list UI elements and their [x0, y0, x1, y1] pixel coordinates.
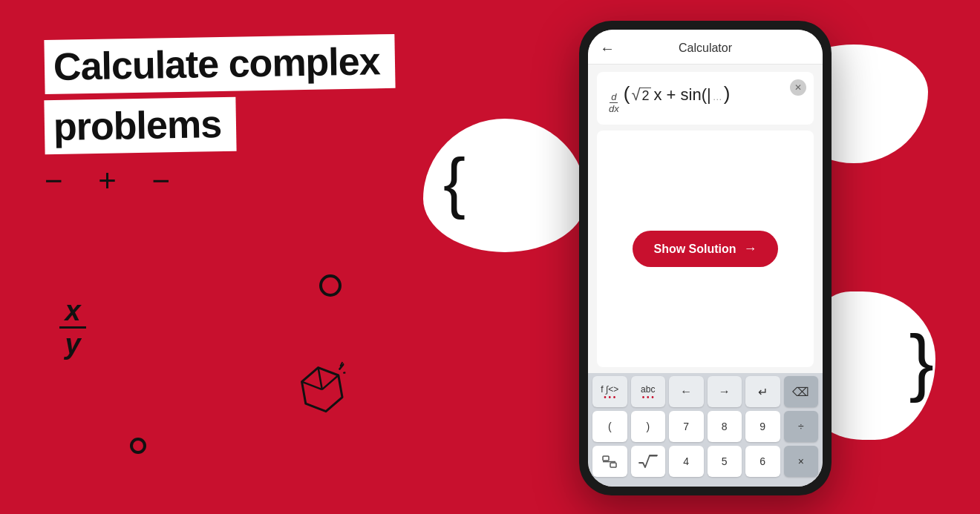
key-right-arrow[interactable]: →: [708, 376, 742, 407]
clear-button[interactable]: ✕: [790, 79, 806, 96]
keyboard-row-0: f ∫<> • • • abc • • • ← → ↵ ⌫: [592, 376, 818, 407]
back-arrow-icon[interactable]: ←: [600, 40, 615, 57]
key-abc[interactable]: abc • • •: [631, 376, 666, 407]
key-8[interactable]: 8: [708, 411, 742, 442]
math-decoration-symbols: − + −: [45, 163, 183, 199]
headline-box-1: Calculate complex: [44, 34, 395, 94]
key-functions[interactable]: f ∫<> • • •: [592, 376, 627, 407]
svg-line-5: [344, 372, 349, 372]
keyboard-row-2: 4 5 6 ×: [592, 446, 818, 477]
calculator-keyboard: f ∫<> • • • abc • • • ← → ↵ ⌫: [588, 373, 823, 487]
decorative-circle-2: [130, 438, 146, 454]
svg-rect-9: [610, 463, 616, 467]
key-enter[interactable]: ↵: [745, 376, 780, 407]
key-multiply[interactable]: ×: [784, 446, 819, 477]
keyboard-row-1: ( ) 7 8 9 ÷: [592, 411, 818, 442]
svg-line-1: [318, 368, 322, 390]
formula-display: d dx ( √ 2 x + sin(| … ): [607, 82, 803, 114]
curly-brace-right: }: [909, 319, 934, 404]
headline-line2: problems: [53, 102, 222, 148]
fraction-decoration: x y: [59, 297, 86, 358]
formula-input-area[interactable]: d dx ( √ 2 x + sin(| … ) ✕: [597, 72, 814, 125]
show-solution-button[interactable]: Show Solution →: [633, 231, 777, 267]
decorative-circle-1: [319, 274, 342, 297]
cube-decoration: [292, 360, 354, 430]
key-left-arrow[interactable]: ←: [669, 376, 704, 407]
curly-brace-left: {: [443, 145, 466, 221]
phone-mockup: ← Calculator d dx ( √ 2 x + sin(| …: [579, 21, 832, 495]
headline-line1: Calculate complex: [53, 39, 381, 88]
solution-area: Show Solution →: [597, 131, 814, 367]
key-divide[interactable]: ÷: [784, 411, 819, 442]
key-4[interactable]: 4: [669, 446, 704, 477]
key-6[interactable]: 6: [745, 446, 780, 477]
arrow-right-icon: →: [744, 241, 757, 257]
key-7[interactable]: 7: [669, 411, 704, 442]
key-5[interactable]: 5: [708, 446, 742, 477]
key-9[interactable]: 9: [745, 411, 780, 442]
show-solution-label: Show Solution: [653, 243, 736, 256]
headline-box-2: problems: [44, 97, 236, 155]
derivative-notation: d dx: [607, 91, 621, 114]
key-fraction[interactable]: [592, 446, 627, 477]
left-hero-section: Calculate complex problems: [45, 37, 401, 153]
key-sqrt[interactable]: [631, 446, 666, 477]
calculator-title: Calculator: [679, 42, 732, 55]
key-backspace[interactable]: ⌫: [784, 376, 819, 407]
sqrt-expression: √ 2: [631, 85, 650, 105]
svg-rect-7: [603, 456, 609, 461]
phone-frame: ← Calculator d dx ( √ 2 x + sin(| …: [579, 21, 832, 495]
svg-rect-10: [650, 455, 657, 457]
phone-header: ← Calculator: [588, 30, 823, 65]
key-close-paren[interactable]: ): [631, 411, 666, 442]
key-open-paren[interactable]: (: [592, 411, 627, 442]
svg-line-3: [320, 375, 340, 389]
phone-screen: ← Calculator d dx ( √ 2 x + sin(| …: [588, 30, 823, 487]
svg-line-2: [302, 378, 322, 392]
